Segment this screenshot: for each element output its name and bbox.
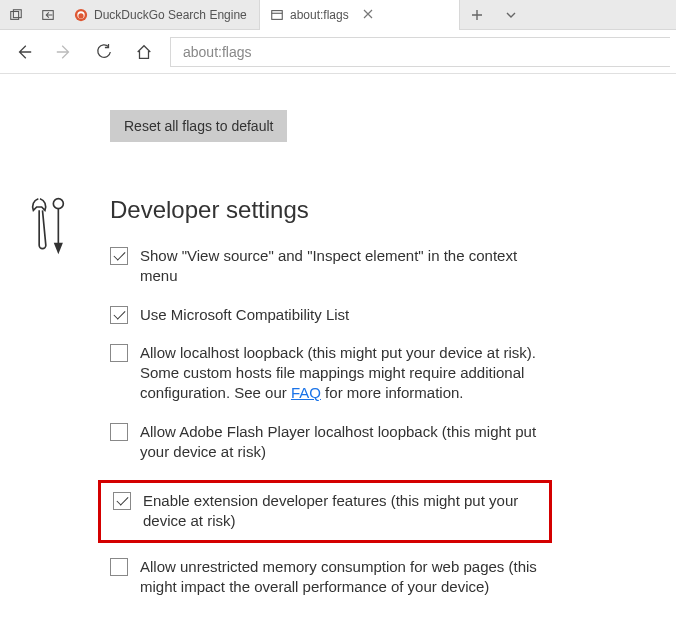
tabs-overview-button[interactable] <box>0 0 32 30</box>
svg-rect-0 <box>11 11 19 19</box>
svg-rect-6 <box>272 10 283 19</box>
tab-label: DuckDuckGo Search Engine <box>94 8 247 22</box>
back-button[interactable] <box>6 34 42 70</box>
option-label: Show "View source" and "Inspect element"… <box>140 246 540 287</box>
tab-duckduckgo[interactable]: DuckDuckGo Search Engine <box>64 0 260 30</box>
developer-settings-section: Developer settings Show "View source" an… <box>0 196 676 615</box>
checkbox-extension-dev[interactable] <box>113 492 131 510</box>
checkbox-flash-loopback[interactable] <box>110 423 128 441</box>
option-unrestricted-memory: Allow unrestricted memory consumption fo… <box>110 557 540 598</box>
close-tab-icon[interactable] <box>363 8 373 22</box>
faq-link[interactable]: FAQ <box>291 384 321 401</box>
page-icon <box>270 8 284 22</box>
new-tab-button[interactable] <box>460 0 494 30</box>
option-view-source: Show "View source" and "Inspect element"… <box>110 246 540 287</box>
option-extension-dev: Enable extension developer features (thi… <box>113 491 539 532</box>
option-label: Allow Adobe Flash Player localhost loopb… <box>140 422 540 463</box>
section-title: Developer settings <box>110 196 540 224</box>
forward-button[interactable] <box>46 34 82 70</box>
checkbox-view-source[interactable] <box>110 247 128 265</box>
page-content: Reset all flags to default Developer set… <box>0 74 676 615</box>
checkbox-unrestricted-memory[interactable] <box>110 558 128 576</box>
refresh-button[interactable] <box>86 34 122 70</box>
duckduckgo-icon <box>74 8 88 22</box>
highlighted-option: Enable extension developer features (thi… <box>98 480 552 543</box>
developer-tools-icon <box>30 196 78 261</box>
home-button[interactable] <box>126 34 162 70</box>
reset-flags-button[interactable]: Reset all flags to default <box>110 110 287 142</box>
option-label: Allow unrestricted memory consumption fo… <box>140 557 540 598</box>
tab-actions-button[interactable] <box>494 0 528 30</box>
tab-label: about:flags <box>290 8 349 22</box>
tab-about-flags[interactable]: about:flags <box>260 0 460 30</box>
svg-point-8 <box>53 199 63 209</box>
titlebar: DuckDuckGo Search Engine about:flags <box>0 0 676 30</box>
address-bar[interactable] <box>170 37 670 67</box>
option-flash-loopback: Allow Adobe Flash Player localhost loopb… <box>110 422 540 463</box>
option-label: Use Microsoft Compatibility List <box>140 305 349 325</box>
svg-point-5 <box>78 13 83 18</box>
option-label: Allow localhost loopback (this might put… <box>140 343 540 404</box>
option-compat-list: Use Microsoft Compatibility List <box>110 305 540 325</box>
checkbox-localhost-loopback[interactable] <box>110 344 128 362</box>
toolbar <box>0 30 676 74</box>
option-label: Enable extension developer features (thi… <box>143 491 539 532</box>
svg-rect-1 <box>13 9 21 17</box>
option-localhost-loopback: Allow localhost loopback (this might put… <box>110 343 540 404</box>
set-tabs-aside-button[interactable] <box>32 0 64 30</box>
checkbox-compat-list[interactable] <box>110 306 128 324</box>
